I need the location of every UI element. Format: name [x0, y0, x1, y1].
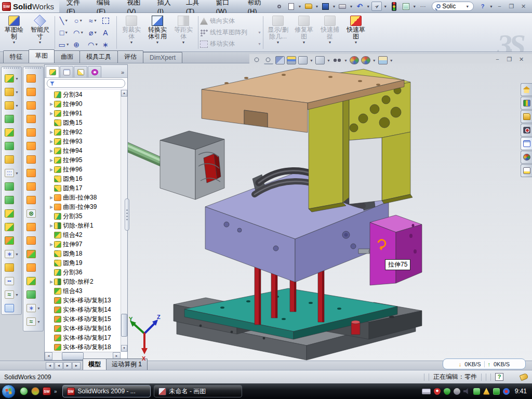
tab-view-palette[interactable]	[521, 137, 532, 150]
options-button[interactable]	[401, 2, 411, 11]
expand-arrow-icon[interactable]: ▶	[49, 139, 54, 144]
surface-tool-button[interactable]: ▼	[23, 153, 43, 166]
command-button[interactable]: 智能尺寸 ▼	[27, 15, 53, 50]
surface-tool-button[interactable]: ▼	[23, 126, 43, 139]
quick-launch-chevron[interactable]: »	[54, 389, 57, 394]
command-tab[interactable]: 特征	[3, 50, 29, 63]
save-button[interactable]	[320, 2, 330, 11]
dropdown-arrow-icon[interactable]: ▼	[354, 41, 358, 44]
feature-tool-button[interactable]: ▼	[2, 153, 21, 166]
filter-input[interactable]	[57, 81, 122, 87]
command-button[interactable]: 快速草图 ▼	[343, 15, 369, 50]
camera-view-icon[interactable]	[378, 56, 388, 64]
feature-tool-button[interactable]: ▼	[2, 234, 21, 247]
command-button[interactable]: 草图绘制 ▼	[1, 15, 27, 50]
filter-box[interactable]	[47, 79, 125, 88]
start-button[interactable]	[2, 384, 16, 398]
sketch-entity-icon[interactable]: ∗▼	[100, 38, 115, 50]
feature-tool-button[interactable]: ▼	[2, 207, 21, 220]
tab-dimxpert-manager[interactable]	[88, 66, 101, 77]
tree-item[interactable]: ▶ 实体-移动/复制18	[49, 342, 121, 352]
tree-item[interactable]: ▶ 圆角17	[49, 183, 121, 193]
scroll-thumb[interactable]	[121, 314, 127, 337]
surface-tool-button[interactable]: ▼	[23, 166, 43, 180]
feature-tool-button[interactable]: ▼	[2, 220, 21, 234]
tree-item[interactable]: ▶ 分割34	[49, 90, 121, 99]
section-view-icon[interactable]	[275, 56, 285, 64]
command-tab[interactable]: 草图	[29, 49, 55, 63]
tab-scroll-button[interactable]: ►	[63, 362, 72, 369]
menu-item[interactable]: 窗口(W)	[209, 0, 241, 12]
dropdown-arrow-icon[interactable]: ▼	[182, 41, 185, 44]
tab-search[interactable]	[521, 124, 532, 137]
3d-model[interactable]: Y Z X	[128, 54, 532, 361]
feature-tool-button[interactable]: ▼	[2, 112, 21, 126]
edit-appearance-icon[interactable]	[350, 56, 359, 64]
surface-tool-button[interactable]: ▼	[23, 234, 43, 247]
feature-tool-button[interactable]: ▼	[2, 126, 21, 139]
restore-button[interactable]: ❐	[507, 3, 516, 10]
tab-file-explorer[interactable]	[521, 110, 532, 123]
hide-show-items-icon[interactable]	[315, 56, 325, 64]
tree-item[interactable]: ▶ 拉伸90	[49, 99, 121, 109]
tree-item[interactable]: ▶ 组合42	[49, 230, 121, 240]
sketch-entity-icon[interactable]: □▼	[57, 26, 71, 38]
doc-restore-button[interactable]: ❐	[505, 56, 514, 63]
dropdown-arrow-icon[interactable]: ▼	[258, 42, 261, 46]
tree-item[interactable]: ▶ 组合43	[49, 286, 121, 296]
dropdown-arrow-icon[interactable]: ▼	[328, 41, 332, 44]
menu-item[interactable]: 视图(V)	[119, 0, 150, 12]
feature-tool-button[interactable]: ▼	[2, 139, 21, 153]
tree-item[interactable]: ▶ 曲面-拉伸39	[49, 202, 121, 211]
zoom-area-icon[interactable]	[264, 56, 273, 64]
surface-tool-button[interactable]: ▼	[23, 139, 43, 153]
surface-tool-button[interactable]: ▼	[23, 274, 43, 288]
expand-arrow-icon[interactable]: ▶	[49, 195, 54, 200]
surface-tool-button[interactable]: ▼	[23, 193, 43, 207]
tree-item[interactable]: ▶ 实体-移动/复制17	[49, 333, 121, 342]
expand-arrow-icon[interactable]: ▶	[49, 149, 54, 153]
command-button[interactable]: 快速捕捉 ▼	[317, 15, 343, 50]
tab-scroll-button[interactable]: ►	[72, 362, 81, 369]
tree-item[interactable]: ▶ 拉伸92	[49, 127, 121, 137]
sketch-entity-icon[interactable]: ○▼	[71, 15, 86, 26]
toolbar-grip[interactable]	[25, 68, 41, 71]
expand-arrow-icon[interactable]: ▶	[49, 223, 54, 228]
tray-health-icon[interactable]	[493, 388, 500, 395]
undo-button[interactable]: ↶	[354, 2, 365, 11]
expand-arrow-icon[interactable]: ▶	[49, 205, 54, 209]
sketch-entity-icon[interactable]: ⊕▼	[71, 38, 86, 50]
panel-overflow-chevron[interactable]: »	[121, 69, 126, 77]
dropdown-arrow-icon[interactable]: ▼	[156, 41, 159, 44]
expand-arrow-icon[interactable]: ▶	[49, 102, 54, 107]
surface-tool-button[interactable]: ⊗▼	[23, 207, 43, 220]
surface-tool-button[interactable]: ▼	[23, 220, 43, 234]
sketch-entity-icon[interactable]: A▼	[100, 26, 115, 38]
tag-icon[interactable]	[520, 373, 529, 381]
tab-design-library[interactable]	[521, 97, 532, 110]
sketch-entity-icon[interactable]: ⌀▼	[86, 26, 100, 38]
search-box[interactable]: ▼	[432, 2, 474, 11]
help-button[interactable]: ?	[477, 2, 488, 11]
volume-icon[interactable]	[463, 388, 470, 395]
tree-item[interactable]: ▶ 实体-移动/复制13	[49, 296, 121, 305]
tree-item[interactable]: ▶ 圆角18	[49, 249, 121, 258]
feature-tool-button[interactable]: ╍▼	[2, 274, 21, 288]
surface-tool-button[interactable]: ▼	[23, 72, 43, 85]
tab-appearances[interactable]	[521, 151, 532, 164]
expand-arrow-icon[interactable]: ▶	[49, 167, 54, 172]
select-tool-button[interactable]: ➢	[371, 2, 382, 11]
tree-item[interactable]: ▶ 拉伸94	[49, 146, 121, 155]
tray-antivirus-icon[interactable]	[434, 388, 441, 395]
surface-tool-button[interactable]: ▼	[23, 99, 43, 112]
feature-tool-button[interactable]: ≈▼	[2, 288, 21, 301]
view-settings-icon[interactable]	[332, 56, 342, 64]
toolbar-grip[interactable]	[4, 68, 19, 71]
tray-warning-icon[interactable]	[483, 388, 490, 395]
tree-item[interactable]: ▶ 圆角15	[49, 118, 121, 127]
display-style-icon[interactable]	[298, 56, 308, 64]
tree-item[interactable]: ▶ 圆角19	[49, 258, 121, 268]
document-tab[interactable]: 模型	[83, 358, 107, 370]
tab-solidworks-resources[interactable]	[521, 83, 532, 96]
tray-security-icon[interactable]	[444, 388, 450, 395]
